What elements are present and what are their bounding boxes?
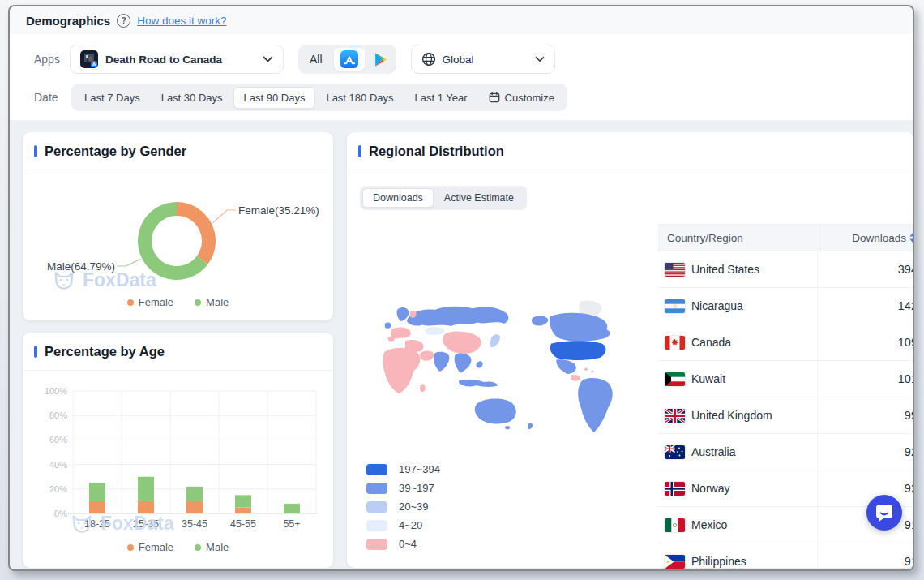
country-name: Canada bbox=[691, 336, 731, 349]
regional-card-head: Regional Distribution bbox=[347, 132, 914, 170]
date-range-group: Last 7 DaysLast 30 DaysLast 90 DaysLast … bbox=[71, 84, 567, 111]
sort-icon bbox=[909, 232, 914, 243]
chevron-down-icon bbox=[535, 56, 545, 62]
gender-card-title: Percentage by Gender bbox=[45, 144, 186, 159]
legend-name: Female bbox=[139, 541, 173, 553]
store-option-appstore[interactable] bbox=[334, 48, 365, 71]
us-flag-icon bbox=[665, 263, 685, 277]
no-flag-icon bbox=[665, 482, 685, 496]
country-cell: Philippines bbox=[658, 555, 817, 569]
downloads-value: 109 bbox=[817, 324, 914, 360]
date-option-last-90-days[interactable]: Last 90 Days bbox=[233, 87, 316, 109]
au-flag-icon bbox=[665, 445, 685, 459]
legend-swatch bbox=[366, 501, 387, 513]
tab-downloads[interactable]: Downloads bbox=[362, 188, 434, 208]
age-chart-svg: 0%20%40%60%80%100%18-2525-3535-4545-5555… bbox=[23, 371, 333, 533]
male-slice-label: Male(64.79%) bbox=[41, 260, 115, 273]
date-option-last-30-days[interactable]: Last 30 Days bbox=[151, 87, 233, 109]
country-name: Philippines bbox=[691, 555, 746, 568]
country-cell: Norway bbox=[658, 482, 817, 496]
country-cell: Nicaragua bbox=[658, 299, 817, 313]
accent-bar bbox=[358, 145, 361, 157]
distribution-tabs: DownloadsActive Estimate bbox=[360, 186, 527, 210]
age-chart-area: FoxData 0%20%40%60%80%100%18-2525-3535-4… bbox=[23, 371, 333, 568]
svg-text:45-55: 45-55 bbox=[230, 518, 256, 530]
legend-item-female[interactable]: Female bbox=[127, 541, 173, 553]
legend-dot bbox=[195, 544, 201, 551]
chat-launcher-button[interactable] bbox=[866, 494, 903, 531]
table-header: Country/Region Downloads bbox=[658, 224, 914, 251]
country-cell: Mexico bbox=[658, 518, 817, 532]
downloads-value: 394 bbox=[817, 251, 914, 287]
gender-donut-chart: FoxData FemaleMale Female(35.21%)Male(64… bbox=[23, 170, 333, 321]
store-toggle-group: All bbox=[298, 45, 396, 74]
help-question-icon[interactable]: ? bbox=[117, 14, 130, 28]
ni-flag-icon bbox=[665, 299, 685, 313]
date-option-last-1-year[interactable]: Last 1 Year bbox=[404, 87, 478, 109]
country-name: Norway bbox=[691, 482, 729, 495]
svg-text:18-25: 18-25 bbox=[84, 518, 110, 530]
svg-text:40%: 40% bbox=[49, 460, 67, 470]
date-option-last-7-days[interactable]: Last 7 Days bbox=[74, 87, 151, 109]
legend-name: Male bbox=[206, 541, 229, 553]
app-icon bbox=[80, 50, 98, 68]
gb-flag-icon bbox=[665, 409, 685, 423]
legend-swatch bbox=[366, 520, 387, 531]
legend-dot bbox=[127, 299, 134, 306]
legend-dot bbox=[127, 544, 134, 551]
accent-bar bbox=[34, 346, 37, 358]
country-cell: Australia bbox=[658, 445, 817, 459]
legend-name: Female bbox=[139, 296, 173, 308]
date-option-last-180-days[interactable]: Last 180 Days bbox=[315, 87, 404, 109]
region-selector-dropdown[interactable]: Global bbox=[411, 45, 555, 74]
world-map bbox=[352, 244, 653, 460]
country-cell: Kuwait bbox=[658, 372, 817, 386]
google-play-icon bbox=[373, 51, 388, 68]
country-cell: United Kingdom bbox=[658, 409, 817, 423]
selected-region: Global bbox=[443, 54, 528, 66]
app-selector-dropdown[interactable]: Death Road to Canada bbox=[70, 45, 284, 74]
table-row: Philippines91 bbox=[658, 543, 914, 571]
age-card: Percentage by Age FoxData 0%20%40%60%80%… bbox=[23, 333, 333, 568]
how-it-works-link[interactable]: How does it work? bbox=[137, 15, 226, 27]
tab-active-estimate[interactable]: Active Estimate bbox=[434, 188, 524, 208]
legend-dot bbox=[195, 299, 201, 306]
svg-text:20%: 20% bbox=[49, 484, 67, 494]
store-option-playstore[interactable] bbox=[373, 51, 388, 68]
svg-text:100%: 100% bbox=[45, 386, 67, 396]
calendar-icon bbox=[489, 92, 500, 103]
filter-bar: Apps Death Road to Canada All bbox=[10, 34, 913, 120]
table-row: Kuwait101 bbox=[658, 361, 914, 397]
legend-swatch bbox=[366, 464, 387, 475]
apps-filter-row: Apps Death Road to Canada All bbox=[34, 45, 913, 74]
gender-legend: FemaleMale bbox=[23, 296, 333, 308]
table-row: United States394 bbox=[658, 251, 914, 288]
map-legend-item: 197~394 bbox=[366, 463, 440, 475]
legend-item-male[interactable]: Male bbox=[195, 541, 229, 553]
country-name: Nicaragua bbox=[691, 299, 743, 312]
country-name: Mexico bbox=[691, 518, 727, 531]
downloads-column-header[interactable]: Downloads bbox=[819, 225, 914, 251]
table-row: Nicaragua142 bbox=[658, 288, 914, 324]
downloads-value: 99 bbox=[817, 397, 914, 433]
page-header: Demographics ? How does it work? bbox=[10, 6, 913, 34]
accent-bar bbox=[34, 145, 37, 157]
svg-text:55+: 55+ bbox=[283, 518, 300, 530]
date-option-customize[interactable]: Customize bbox=[478, 87, 565, 109]
table-row: United Kingdom99 bbox=[658, 397, 914, 434]
age-stacked-bar-chart: 0%20%40%60%80%100%18-2525-3535-4545-5555… bbox=[23, 371, 333, 536]
date-label: Date bbox=[34, 91, 70, 104]
gender-card-head: Percentage by Gender bbox=[23, 132, 333, 170]
legend-item-male[interactable]: Male bbox=[195, 296, 229, 308]
country-name: Australia bbox=[691, 445, 735, 458]
legend-swatch bbox=[366, 539, 387, 550]
legend-item-female[interactable]: Female bbox=[127, 296, 173, 308]
store-option-all[interactable]: All bbox=[306, 53, 326, 66]
country-column-header: Country/Region bbox=[659, 232, 819, 244]
chat-icon bbox=[866, 494, 903, 531]
country-name: United States bbox=[691, 263, 759, 276]
legend-label: 197~394 bbox=[399, 463, 440, 475]
map-legend-item: 39~197 bbox=[366, 482, 440, 494]
map-legend-item: 20~39 bbox=[366, 501, 440, 513]
main-content: Percentage by Gender FoxData FemaleMale … bbox=[10, 120, 913, 569]
